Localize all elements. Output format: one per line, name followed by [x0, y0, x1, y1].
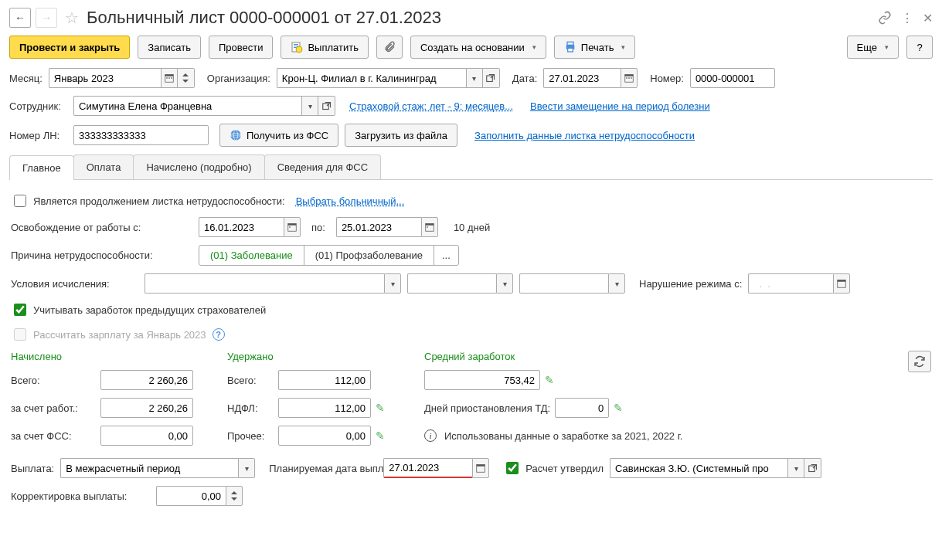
edit-ndfl-icon[interactable]: ✎ [376, 402, 385, 414]
svg-rect-12 [171, 77, 172, 79]
dropdown-icon[interactable]: ▾ [238, 458, 255, 478]
reason-option-1[interactable]: (01) Заболевание [199, 246, 304, 265]
tab-main[interactable]: Главное [9, 155, 74, 180]
payout-label: Выплата: [11, 463, 54, 474]
is-continuation-checkbox[interactable]: Является продолжением листка нетрудоспос… [11, 192, 285, 209]
dropdown-icon[interactable]: ▾ [787, 458, 804, 478]
kebab-menu-icon[interactable]: ⋮ [901, 11, 913, 25]
print-button[interactable]: Печать [554, 36, 636, 59]
calendar-icon[interactable] [621, 68, 638, 88]
post-and-close-button[interactable]: Провести и закрыть [9, 36, 130, 59]
employee-field[interactable]: ▾ [73, 96, 335, 116]
avg-earnings-header: Средний заработок [424, 351, 908, 362]
ndfl-field [278, 398, 371, 418]
conditions-label: Условия исчисления: [11, 278, 138, 290]
violation-date-field[interactable] [748, 273, 850, 294]
condition-2-field[interactable]: ▾ [407, 273, 513, 294]
calendar-icon[interactable] [472, 458, 489, 478]
org-field[interactable]: ▾ [277, 68, 500, 88]
month-field[interactable] [49, 68, 195, 88]
other-field [278, 426, 371, 446]
date-field[interactable] [543, 68, 638, 88]
close-icon[interactable]: ✕ [923, 11, 933, 25]
tab-fss-info[interactable]: Сведения для ФСС [264, 154, 381, 179]
insurance-link[interactable]: Страховой стаж: лет - 9; месяцев... [349, 100, 513, 112]
calc-salary-checkbox: Рассчитать зарплату за Январь 2023 [11, 326, 206, 343]
svg-marker-37 [231, 491, 237, 494]
plan-date-field[interactable] [383, 458, 489, 478]
substitution-link[interactable]: Ввести замещение на период болезни [530, 100, 710, 112]
payout-field[interactable]: ▾ [60, 458, 255, 478]
svg-rect-7 [567, 48, 573, 52]
more-button[interactable]: Еще [847, 36, 899, 59]
edit-other-icon[interactable]: ✎ [376, 429, 385, 442]
correction-field[interactable] [156, 486, 243, 506]
get-from-fss-button[interactable]: Получить из ФСС [219, 124, 338, 147]
printer-icon [564, 41, 576, 53]
link-icon[interactable] [878, 11, 892, 25]
reason-option-2[interactable]: (01) Профзаболевание [304, 246, 434, 265]
open-icon[interactable] [804, 458, 821, 478]
dropdown-icon[interactable]: ▾ [466, 68, 483, 88]
accrued-header: Начислено [11, 351, 227, 362]
svg-rect-9 [165, 75, 174, 76]
release-to-field[interactable] [336, 217, 438, 237]
svg-rect-20 [631, 77, 633, 79]
stepper-icon[interactable] [178, 68, 195, 88]
calendar-icon[interactable] [833, 273, 850, 294]
number-label: Номер: [650, 73, 684, 84]
employer-label: за счет работ.: [11, 402, 96, 414]
other-label: Прочее: [227, 430, 274, 442]
condition-1-field[interactable]: ▾ [145, 273, 401, 294]
avg-earnings-field [424, 370, 540, 390]
attach-button[interactable] [376, 36, 403, 59]
ln-number-field[interactable] [73, 125, 209, 145]
refresh-button[interactable] [908, 351, 931, 372]
release-from-field[interactable] [199, 217, 301, 237]
dropdown-icon[interactable]: ▾ [384, 273, 401, 294]
svg-rect-28 [289, 226, 291, 228]
reason-label: Причина нетрудоспособности: [11, 249, 192, 261]
data-used-text: Использованы данные о заработке за 2021,… [444, 430, 682, 442]
open-icon[interactable] [318, 96, 335, 116]
approved-checkbox[interactable]: Расчет утвердил [503, 460, 604, 477]
prev-employers-checkbox[interactable]: Учитывать заработок предыдущих страховат… [11, 301, 266, 318]
calendar-icon[interactable] [284, 217, 301, 237]
edit-td-days-icon[interactable]: ✎ [614, 402, 623, 414]
calendar-icon[interactable] [161, 68, 178, 88]
svg-marker-14 [182, 80, 189, 83]
dropdown-icon[interactable]: ▾ [496, 273, 513, 294]
td-days-field [555, 398, 609, 418]
approved-by-field[interactable]: ▾ [610, 458, 821, 478]
withheld-total-label: Всего: [227, 375, 274, 386]
favorite-star-icon[interactable]: ☆ [65, 8, 79, 27]
svg-marker-38 [231, 497, 237, 501]
svg-rect-30 [426, 224, 434, 226]
stepper-icon[interactable] [226, 486, 243, 506]
back-button[interactable]: ← [9, 8, 31, 28]
svg-rect-1 [294, 44, 298, 45]
save-button[interactable]: Записать [138, 36, 201, 59]
fill-ln-data-link[interactable]: Заполнить данные листка нетрудоспособнос… [474, 130, 695, 141]
svg-rect-19 [629, 77, 631, 79]
plan-date-label: Планируемая дата выплаты: [269, 463, 377, 474]
reason-more-button[interactable]: ... [434, 246, 458, 265]
calendar-icon[interactable] [421, 217, 438, 237]
post-button[interactable]: Провести [209, 36, 274, 59]
help-hint-icon[interactable]: ? [213, 328, 225, 341]
create-based-on-button[interactable]: Создать на основании [410, 36, 546, 59]
number-field[interactable] [690, 68, 775, 88]
open-icon[interactable] [483, 68, 500, 88]
help-button[interactable]: ? [906, 36, 933, 59]
pay-button[interactable]: Выплатить [281, 36, 369, 59]
tab-accrued-detail[interactable]: Начислено (подробно) [133, 154, 264, 179]
withheld-total-field [278, 370, 371, 390]
dropdown-icon[interactable]: ▾ [301, 96, 318, 116]
select-sicklist-link[interactable]: Выбрать больничный... [296, 195, 405, 207]
condition-3-field[interactable]: ▾ [519, 273, 625, 294]
edit-avg-icon[interactable]: ✎ [545, 374, 554, 386]
load-from-file-button[interactable]: Загрузить из файла [345, 124, 457, 147]
dropdown-icon[interactable]: ▾ [608, 273, 625, 294]
forward-button[interactable]: → [36, 8, 57, 28]
tab-payment[interactable]: Оплата [73, 154, 134, 179]
